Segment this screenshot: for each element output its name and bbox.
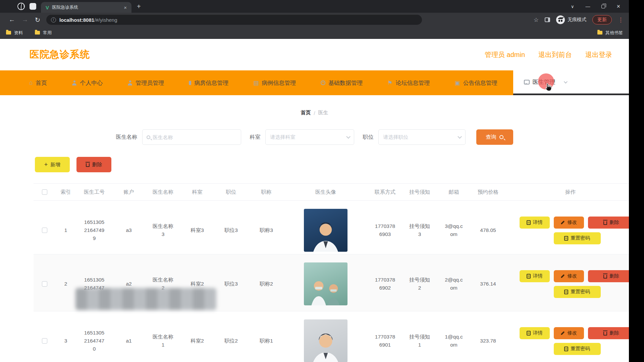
incognito-icon [556,15,565,24]
search-icon [499,135,503,139]
window-icon[interactable] [30,3,36,10]
doctor-name-input[interactable] [153,134,237,140]
doctor-avatar [304,209,347,252]
row-checkbox[interactable] [42,228,47,233]
nav-item-ward-info[interactable]: 病房信息管理 [180,70,237,95]
nav-item-case-info[interactable]: ▤ 病例信息管理 [244,70,305,95]
tab-close-icon[interactable]: × [122,5,128,10]
detail-button[interactable]: 详情 [520,270,550,282]
reset-password-button[interactable]: 重置密码 [554,343,601,355]
menu-kebab-icon[interactable]: ⋮ [618,16,624,23]
trash-icon [603,221,607,225]
reset-password-button[interactable]: 重置密码 [554,286,601,298]
side-panel-icon[interactable] [545,17,550,22]
new-tab-button[interactable]: + [137,3,141,10]
incognito-badge: 无痕模式 [556,15,586,24]
notice-icon: ▣ [455,79,460,86]
chat-bubble-icon [524,80,530,84]
search-button[interactable]: 查询 [476,129,513,145]
home-icon: ⌂ [29,79,33,86]
back-button[interactable]: ← [9,16,15,23]
doctor-table: 索引 医生工号 账户 医生名称 科室 职位 职称 医生头像 联系方式 挂号须知 … [34,183,629,362]
breadcrumb-separator: / [314,110,315,116]
detail-button[interactable]: 详情 [520,217,550,229]
row-delete-button[interactable]: 删除 [588,217,629,229]
document-icon [527,274,531,279]
pencil-icon [560,274,565,279]
breadcrumb-current: 医生 [318,110,328,116]
bookmark-folder-changyong[interactable]: 常用 [35,30,52,36]
other-bookmarks[interactable]: 其他书签 [597,30,623,36]
row-checkbox[interactable] [42,338,47,344]
table-header-row: 索引 医生工号 账户 医生名称 科室 职位 职称 医生头像 联系方式 挂号须知 … [34,183,629,201]
doctor-name-label: 医生名称 [116,134,138,141]
table-row: 3 1651305 2164747 0 a1 医生名称 1 科室2 职位2 职称… [34,311,629,362]
main-nav: ⌂ 首页 个人中心 管理员管理 病房信息管理 ▤ 病例信息管理 基础数据管理 ⚑… [0,70,629,95]
browser-window: V 医院急诊系统 × + ∨ — × ← → ↻ i localhost:808… [0,0,629,362]
row-delete-button[interactable]: 删除 [588,327,629,339]
browser-toolbar: ← → ↻ i localhost:8081/#/yisheng ☆ 无痕模式 … [0,13,629,27]
desktop-black-strip [629,0,644,362]
logout-link[interactable]: 退出登录 [585,50,612,59]
censored-blur-region [75,288,216,310]
bookmark-folder-ziliao[interactable]: 资料 [6,30,23,36]
table-actions: + 新增 删除 [35,157,629,172]
row-checkbox[interactable] [42,281,47,287]
nav-item-home[interactable]: ⌂ 首页 [20,70,56,95]
chevron-down-icon [346,134,351,139]
department-label: 科室 [250,134,261,141]
edit-button[interactable]: 修改 [554,217,584,229]
forward-button[interactable]: → [22,16,28,23]
window-close-button[interactable]: × [616,3,620,10]
add-button[interactable]: + 新增 [35,157,70,172]
user-icon [127,80,132,85]
clock-icon [321,80,325,85]
bookmark-star-icon[interactable]: ☆ [534,16,539,23]
folder-icon [6,31,11,35]
row-delete-button[interactable]: 删除 [588,270,629,282]
update-button[interactable]: 更新 [592,15,612,24]
nav-item-notice-info[interactable]: ▣ 公告信息管理 [446,70,506,95]
nav-item-doctor-management[interactable]: 医生管理 [513,70,629,95]
trash-icon [603,275,607,279]
detail-button[interactable]: 详情 [520,327,550,339]
nav-item-admin-management[interactable]: 管理员管理 [118,70,173,95]
exit-to-front-link[interactable]: 退出到前台 [538,50,572,59]
delete-button[interactable]: 删除 [76,157,111,172]
breadcrumb-home[interactable]: 首页 [301,110,311,116]
reload-button[interactable]: ↻ [35,16,40,24]
trash-icon [86,163,90,167]
edit-button[interactable]: 修改 [554,270,584,282]
restore-button[interactable] [601,5,605,8]
doctor-avatar [304,319,347,362]
nav-item-base-data[interactable]: 基础数据管理 [312,70,372,95]
vue-logo-icon: V [46,5,49,10]
table-row: 1 1651305 2164749 9 a3 医生名称 3 科室3 职位3 职称… [34,201,629,254]
browser-tab[interactable]: V 医院急诊系统 × [41,2,131,13]
folder-icon [597,31,602,35]
reset-password-button[interactable]: 重置密码 [554,232,601,244]
minimize-button[interactable]: — [585,4,590,9]
position-select[interactable]: 请选择职位 [378,129,466,145]
doctor-avatar [304,262,347,305]
document-icon [564,347,568,351]
edit-button[interactable]: 修改 [554,327,584,339]
folder-icon [35,31,40,35]
nav-item-personal-center[interactable]: 个人中心 [63,70,112,95]
address-bar[interactable]: i localhost:8081/#/yisheng [46,15,422,25]
department-select[interactable]: 请选择科室 [265,129,354,145]
site-info-icon[interactable]: i [51,17,56,22]
ward-icon [189,81,191,85]
window-chevron-icon[interactable]: ∨ [571,4,574,9]
pencil-icon [560,331,565,336]
page-title: 医院急诊系统 [30,48,90,61]
hand-cursor-icon [544,82,553,92]
tab-title: 医院急诊系统 [52,4,122,10]
chevron-down-icon [458,134,462,139]
select-all-checkbox[interactable] [42,189,47,195]
site-header: 医院急诊系统 管理员 admin 退出到前台 退出登录 [0,39,629,70]
nav-item-forum-info[interactable]: ⚑ 论坛信息管理 [378,70,439,95]
globe-icon[interactable] [17,3,25,10]
admin-user-label: 管理员 admin [485,50,525,59]
breadcrumb: 首页 / 医生 [0,95,629,129]
